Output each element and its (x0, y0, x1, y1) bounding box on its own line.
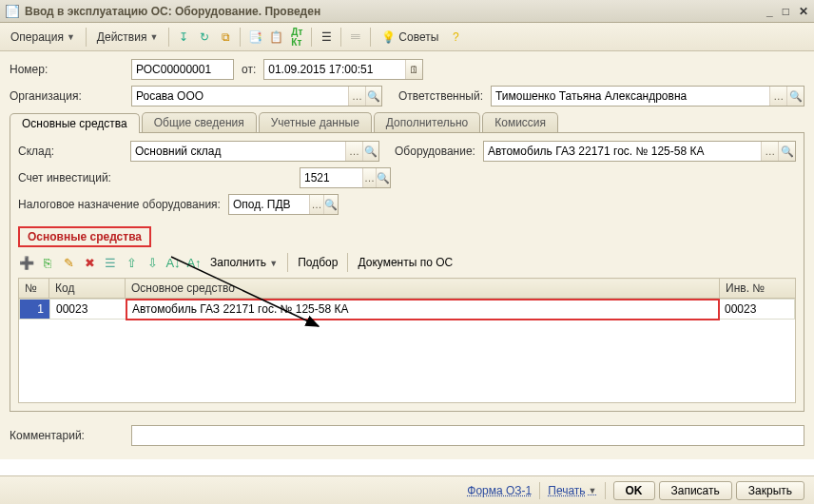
comment-field[interactable] (131, 425, 804, 446)
operation-menu[interactable]: Операция▼ (6, 29, 80, 46)
chevron-down-icon: ▼ (589, 486, 597, 495)
separator (287, 253, 288, 272)
chevron-down-icon: ▼ (149, 32, 158, 42)
move-icon[interactable]: ☰ (102, 254, 119, 271)
sort-desc-icon[interactable]: A↑ (185, 254, 203, 271)
responsible-input[interactable] (492, 87, 769, 106)
org-input[interactable] (132, 87, 348, 106)
warehouse-field[interactable]: … 🔍 (130, 141, 379, 162)
tab-main-assets[interactable]: Основные средства (10, 113, 140, 133)
footer-bar: Форма ОЗ-1 Печать ▼ OK Записать Закрыть (0, 475, 814, 504)
docs-button[interactable]: Документы по ОС (354, 256, 456, 269)
separator (347, 253, 348, 272)
number-input[interactable] (132, 60, 233, 79)
ellipsis-icon[interactable]: … (769, 87, 786, 106)
date-field[interactable]: 🗓 (263, 59, 423, 80)
window-controls: _ □ ✕ (766, 5, 808, 18)
maximize-button[interactable]: □ (783, 5, 789, 18)
tax-label: Налоговое назначение оборудования: (18, 198, 221, 211)
ellipsis-icon[interactable]: … (761, 142, 778, 161)
tax-field[interactable]: … 🔍 (228, 194, 339, 215)
form-oz-link[interactable]: Форма ОЗ-1 (467, 484, 532, 497)
equipment-field[interactable]: … 🔍 (483, 141, 796, 162)
sort-asc-icon[interactable]: A↓ (165, 254, 182, 271)
ellipsis-icon[interactable]: … (309, 195, 323, 214)
equipment-input[interactable] (484, 142, 761, 161)
save-button[interactable]: Записать (659, 481, 732, 500)
calendar-icon[interactable]: 🗓 (405, 60, 422, 79)
post-icon[interactable]: ↧ (175, 29, 192, 46)
tax-input[interactable] (229, 195, 309, 214)
edit-row-icon[interactable]: ✎ (60, 254, 77, 271)
search-icon[interactable]: 🔍 (362, 142, 378, 161)
invest-input[interactable] (300, 168, 362, 187)
ellipsis-icon[interactable]: … (345, 142, 361, 161)
report-icon[interactable]: 𝄘 (347, 29, 364, 46)
ok-button[interactable]: OK (613, 481, 655, 500)
dk-icon[interactable]: ДтКт (288, 29, 305, 46)
warehouse-input[interactable] (131, 142, 345, 161)
down-icon[interactable]: ⇩ (144, 254, 161, 271)
separator (168, 28, 169, 47)
cell-inv: 00023 (719, 300, 795, 320)
close-footer-button[interactable]: Закрыть (736, 481, 804, 500)
search-icon[interactable]: 🔍 (323, 195, 338, 214)
chevron-down-icon: ▼ (67, 32, 75, 42)
grid-body[interactable]: 1 00023 Автомобиль ГАЗ 22171 гос. № 125-… (18, 299, 796, 403)
tab-additional[interactable]: Дополнительно (374, 112, 480, 132)
separator (240, 28, 241, 47)
actions-menu[interactable]: Действия▼ (92, 29, 164, 46)
search-icon[interactable]: 🔍 (376, 168, 390, 187)
search-icon[interactable]: 🔍 (778, 142, 795, 161)
col-inv[interactable]: Инв. № (720, 279, 796, 299)
advice-button[interactable]: 💡 Советы (377, 29, 443, 46)
table-row[interactable]: 1 00023 Автомобиль ГАЗ 22171 гос. № 125-… (20, 300, 795, 320)
separator (370, 28, 371, 47)
main-toolbar: Операция▼ Действия▼ ↧ ↻ ⧉ 📑 📋 ДтКт ☰ 𝄘 💡… (0, 23, 814, 51)
org-label: Организация: (10, 89, 124, 103)
up-icon[interactable]: ⇧ (123, 254, 140, 271)
list-icon[interactable]: ☰ (318, 29, 335, 46)
lightbulb-icon: 💡 (381, 30, 396, 44)
separator (311, 28, 312, 47)
org-field[interactable]: … 🔍 (131, 86, 382, 107)
copy-row-icon[interactable]: ⎘ (39, 254, 56, 271)
search-icon[interactable]: 🔍 (365, 87, 381, 106)
number-field[interactable] (131, 59, 234, 80)
tab-accounting[interactable]: Учетные данные (259, 112, 372, 132)
movement-icon[interactable]: 📑 (246, 29, 263, 46)
cell-asset: Автомобиль ГАЗ 22171 гос. № 125-58 КА (126, 300, 719, 320)
invest-row: Счет инвестиций: … 🔍 (18, 167, 796, 188)
col-asset[interactable]: Основное средство (126, 279, 720, 299)
tab-commission[interactable]: Комиссия (482, 112, 558, 132)
responsible-label: Ответственный: (390, 89, 483, 103)
separator (340, 28, 341, 47)
minimize-button[interactable]: _ (766, 5, 773, 18)
select-button[interactable]: Подбор (294, 256, 341, 269)
warehouse-row: Склад: … 🔍 Оборудование: … 🔍 (18, 141, 796, 162)
col-code[interactable]: Код (49, 279, 126, 299)
invest-field[interactable]: … 🔍 (300, 167, 391, 188)
responsible-field[interactable]: … 🔍 (491, 86, 804, 107)
tab-pane-main: Склад: … 🔍 Оборудование: … 🔍 Счет инвест… (10, 133, 804, 412)
date-input[interactable] (264, 60, 405, 79)
repost-icon[interactable]: ↻ (196, 29, 213, 46)
search-icon[interactable]: 🔍 (786, 87, 804, 106)
org-row: Организация: … 🔍 Ответственный: … 🔍 (10, 86, 804, 107)
cell-code: 00023 (50, 300, 126, 320)
close-button[interactable]: ✕ (799, 5, 808, 18)
structure-icon[interactable]: ⧉ (217, 29, 234, 46)
add-row-icon[interactable]: ➕ (18, 254, 35, 271)
ellipsis-icon[interactable]: … (348, 87, 364, 106)
help-icon[interactable]: ? (447, 29, 464, 46)
col-num[interactable]: № (19, 279, 49, 299)
delete-row-icon[interactable]: ✖ (81, 254, 98, 271)
registry-icon[interactable]: 📋 (267, 29, 284, 46)
fill-menu[interactable]: Заполнить ▼ (206, 256, 281, 269)
comment-input[interactable] (132, 426, 804, 445)
ellipsis-icon[interactable]: … (362, 168, 376, 187)
window-title: Ввод в эксплуатацию ОС: Оборудование. Пр… (25, 5, 761, 18)
tab-general[interactable]: Общие сведения (142, 112, 257, 132)
assets-grid-header: № Код Основное средство Инв. № (18, 278, 796, 299)
print-menu[interactable]: Печать ▼ (548, 484, 596, 497)
